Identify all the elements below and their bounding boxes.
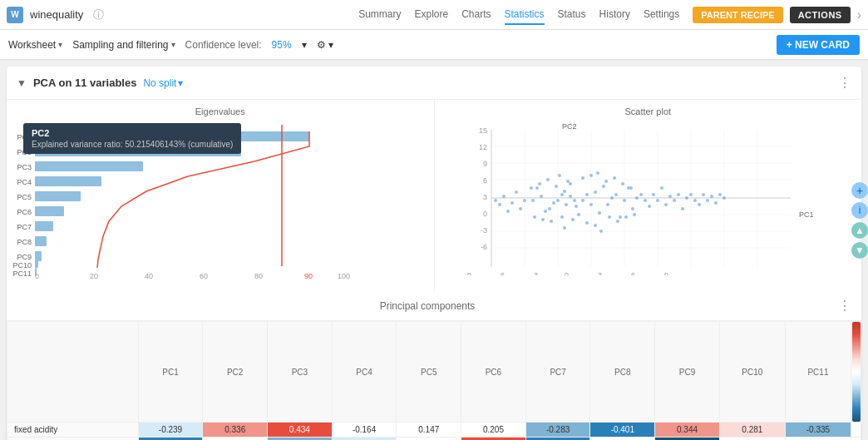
svg-text:0: 0 — [565, 271, 569, 275]
svg-text:-3: -3 — [480, 226, 486, 235]
parent-recipe-button[interactable]: PARENT RECIPE — [693, 7, 782, 23]
nav-back-button[interactable]: › — [857, 7, 861, 22]
app-icon: W — [7, 7, 23, 23]
svg-point-107 — [660, 186, 663, 190]
panel-up-button[interactable]: ▲ — [851, 222, 868, 239]
nav-status[interactable]: Status — [558, 5, 586, 25]
pc-cell: -0.307 — [268, 438, 333, 441]
nav-charts[interactable]: Charts — [461, 5, 491, 25]
info-icon[interactable]: ⓘ — [93, 7, 104, 22]
svg-point-76 — [569, 182, 572, 185]
pc-cell: 0.087 — [590, 438, 655, 441]
svg-rect-14 — [35, 176, 101, 186]
collapse-icon[interactable]: ▼ — [17, 77, 27, 89]
nav-settings[interactable]: Settings — [644, 5, 679, 25]
svg-point-69 — [563, 190, 566, 193]
new-card-button[interactable]: + NEW CARD — [777, 35, 860, 55]
card-menu-button[interactable]: ⋮ — [838, 75, 851, 91]
nav-explore[interactable]: Explore — [414, 5, 448, 25]
card-header-left: ▼ PCA on 11 variables No split ▾ — [17, 77, 831, 89]
extra-options-button[interactable]: ⚙ ▾ — [317, 39, 333, 51]
sampling-button[interactable]: Sampling and filtering ▾ — [72, 39, 175, 51]
svg-text:PC3: PC3 — [17, 163, 32, 171]
svg-point-88 — [523, 199, 526, 202]
col-header-pc9: PC9 — [655, 322, 720, 423]
svg-point-99 — [635, 196, 639, 200]
pc-cell: -0.283 — [525, 423, 590, 438]
svg-point-66 — [569, 195, 572, 198]
pc-menu-button[interactable]: ⋮ — [838, 298, 851, 314]
pc-cell: -0.497 — [655, 438, 720, 441]
svg-point-124 — [571, 218, 575, 221]
svg-point-64 — [560, 193, 564, 196]
pc-cell: 0.205 — [461, 423, 526, 438]
pc-table-wrapper: PC1 PC2 PC3 PC4 PC5 PC6 PC7 PC8 PC9 PC10 — [7, 321, 861, 440]
viz-area: Eigenvalues PC2 Explained variance ratio… — [7, 100, 861, 291]
svg-text:6: 6 — [631, 271, 635, 275]
svg-text:3: 3 — [482, 193, 486, 201]
svg-point-97 — [631, 207, 634, 210]
svg-point-120 — [714, 201, 718, 205]
svg-text:PC1: PC1 — [799, 210, 814, 219]
svg-text:15: 15 — [478, 126, 486, 135]
svg-point-75 — [577, 213, 580, 216]
pc-cell: -0.335 — [785, 423, 851, 438]
pc-cell: 0.434 — [268, 423, 333, 438]
svg-rect-15 — [35, 191, 81, 201]
svg-point-71 — [555, 185, 558, 188]
pc-cell: -0.152 — [719, 438, 785, 441]
svg-point-125 — [581, 176, 584, 180]
no-split-chevron: ▾ — [178, 77, 183, 89]
svg-point-136 — [563, 226, 566, 230]
svg-point-104 — [648, 205, 651, 208]
svg-text:20: 20 — [90, 272, 98, 279]
sampling-chevron: ▾ — [171, 40, 175, 49]
pc-table: PC1 PC2 PC3 PC4 PC5 PC6 PC7 PC8 PC9 PC10 — [7, 321, 861, 440]
svg-point-98 — [502, 195, 506, 198]
svg-text:90: 90 — [304, 272, 313, 279]
pc-cell: 0.492 — [461, 438, 526, 441]
svg-text:6: 6 — [482, 176, 486, 185]
row-header: volatile aci... — [7, 438, 139, 441]
svg-rect-20 — [35, 260, 38, 268]
panel-info-button[interactable]: i — [851, 202, 868, 219]
svg-point-65 — [565, 203, 568, 206]
svg-point-79 — [540, 195, 543, 198]
svg-point-68 — [552, 201, 555, 205]
svg-point-90 — [519, 207, 522, 210]
nav-history[interactable]: History — [599, 5, 630, 25]
nav-statistics[interactable]: Statistics — [505, 5, 545, 25]
no-split-button[interactable]: No split ▾ — [143, 77, 183, 89]
svg-rect-11 — [35, 131, 309, 141]
panel-plus-button[interactable]: + — [851, 182, 868, 199]
svg-text:PC1: PC1 — [17, 133, 32, 141]
svg-point-140 — [608, 215, 611, 219]
svg-point-63 — [556, 199, 560, 202]
col-header-pc11: PC11 — [785, 322, 851, 423]
svg-point-91 — [619, 215, 622, 219]
svg-point-103 — [494, 199, 497, 202]
svg-point-77 — [560, 215, 564, 219]
svg-point-87 — [610, 196, 614, 200]
nav-summary[interactable]: Summary — [358, 5, 401, 25]
svg-point-134 — [533, 215, 536, 219]
svg-point-117 — [702, 193, 705, 196]
panel-down-button[interactable]: ▼ — [851, 242, 868, 259]
svg-point-100 — [498, 203, 501, 206]
svg-point-109 — [668, 195, 672, 198]
confidence-value[interactable]: 95% — [272, 39, 292, 51]
actions-button[interactable]: ACTIONS — [790, 7, 851, 23]
col-header-pc5: PC5 — [397, 322, 461, 423]
col-header-pc4: PC4 — [332, 322, 397, 423]
svg-point-112 — [681, 207, 684, 210]
svg-text:60: 60 — [200, 272, 208, 279]
svg-text:PC2: PC2 — [17, 148, 32, 156]
svg-point-128 — [594, 224, 597, 227]
pc-cell: 0.344 — [655, 423, 720, 438]
svg-point-142 — [616, 220, 619, 223]
svg-point-138 — [599, 230, 603, 233]
svg-text:40: 40 — [145, 272, 153, 279]
svg-point-94 — [510, 201, 514, 205]
worksheet-button[interactable]: Worksheet ▾ — [8, 39, 62, 51]
svg-point-121 — [718, 193, 722, 196]
